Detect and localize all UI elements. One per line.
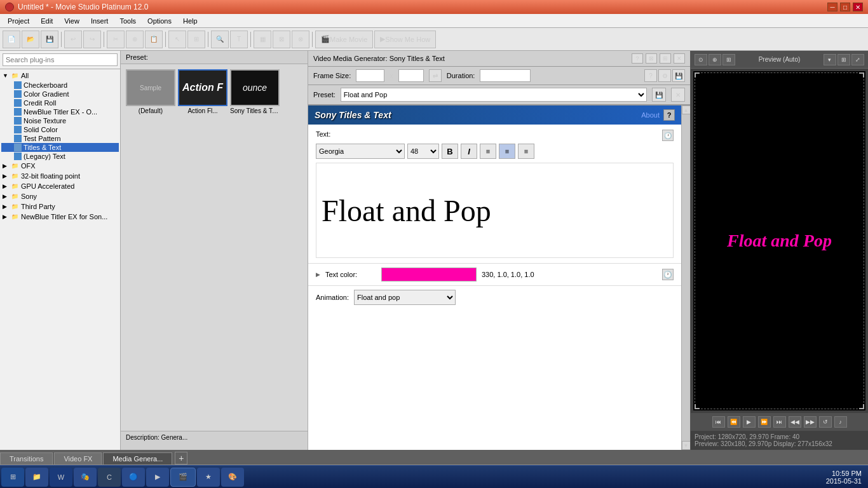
- media-gen-button[interactable]: ▦: [254, 30, 271, 48]
- prev-loop-toggle[interactable]: ↺: [819, 416, 832, 428]
- menu-view[interactable]: View: [59, 16, 85, 26]
- taskbar-paint[interactable]: 🎨: [221, 468, 244, 487]
- text-button[interactable]: T: [230, 30, 248, 48]
- taskbar-app2[interactable]: 🔵: [122, 468, 145, 487]
- start-button[interactable]: ⊞: [1, 468, 24, 487]
- prev-play-button[interactable]: ⏮: [712, 416, 725, 428]
- prev-loop[interactable]: ⏩: [758, 416, 771, 428]
- tree-item-checkerboard[interactable]: Checkerboard: [1, 81, 119, 90]
- font-size-select[interactable]: 48 24 36 72: [407, 144, 439, 159]
- expand-icon-thirdparty[interactable]: ▶: [3, 203, 9, 210]
- help-icon-btn[interactable]: ?: [644, 69, 657, 82]
- tree-item-solidcolor[interactable]: Solid Color: [1, 125, 119, 134]
- prev-frame-back[interactable]: ◀◀: [789, 416, 801, 428]
- expand-icon-ofx[interactable]: ▶: [3, 163, 9, 169]
- duration-input[interactable]: 00:00:10:00: [480, 69, 531, 82]
- expand-icon-sony[interactable]: ▶: [3, 193, 9, 200]
- tree-item-newbluefolder[interactable]: ▶ 📁 NewBlue Titler EX for Son...: [1, 212, 119, 222]
- taskbar-app3[interactable]: ★: [197, 468, 220, 487]
- prev-play-stop[interactable]: ▶: [743, 416, 756, 428]
- undo-button[interactable]: ↩: [64, 30, 82, 48]
- settings-icon-btn[interactable]: ⚙: [658, 69, 671, 82]
- align-right-button[interactable]: ≡: [518, 144, 534, 159]
- tab-mediagenerators[interactable]: Media Genera...: [103, 452, 172, 464]
- tree-item-ofx[interactable]: ▶ 📁 OFX: [1, 161, 119, 171]
- preview-expand[interactable]: ⤢: [851, 54, 864, 65]
- taskbar-word[interactable]: W: [50, 468, 72, 487]
- text-editor[interactable]: Float and Pop: [316, 163, 674, 258]
- tree-item-gpu[interactable]: ▶ 📁 GPU Accelerated: [1, 181, 119, 191]
- frame-width-input[interactable]: 1280: [356, 69, 384, 82]
- clock-icon[interactable]: 🕐: [662, 130, 674, 141]
- preset-item-default[interactable]: Sample (Default): [126, 69, 175, 426]
- taskbar-chrome[interactable]: C: [98, 468, 121, 487]
- save-preset-btn[interactable]: 💾: [672, 69, 685, 82]
- tab-videofx[interactable]: Video FX: [54, 452, 102, 464]
- tree-item-thirdparty[interactable]: ▶ 📁 Third Party: [1, 201, 119, 212]
- preview-ctrl-3[interactable]: ⊞: [722, 54, 735, 65]
- tree-item-noisetexture[interactable]: Noise Texture: [1, 116, 119, 125]
- preview-settings[interactable]: ▾: [824, 54, 836, 65]
- tree-item-testpattern[interactable]: Test Pattern: [1, 134, 119, 143]
- tree-item-sony[interactable]: ▶ 📁 Sony: [1, 191, 119, 201]
- open-button[interactable]: 📂: [22, 30, 39, 48]
- show-me-how-button[interactable]: ▶ Show Me How: [374, 30, 436, 48]
- menu-project[interactable]: Project: [3, 16, 34, 26]
- gen-ctrl-1[interactable]: ?: [632, 53, 643, 64]
- sony-about-link[interactable]: About: [641, 111, 660, 119]
- tab-transitions[interactable]: Transitions: [0, 452, 53, 464]
- transition-button[interactable]: ⊠: [273, 30, 290, 48]
- preset-item-action[interactable]: Action F Action Fl...: [178, 69, 227, 426]
- align-left-button[interactable]: ≡: [480, 144, 496, 159]
- make-movie-button[interactable]: 🎬 Make Movie: [315, 30, 373, 48]
- effect-button[interactable]: ⊗: [292, 30, 309, 48]
- gen-ctrl-2[interactable]: ⊠: [646, 53, 657, 64]
- taskbar-studio[interactable]: 🎬: [170, 468, 196, 487]
- tree-item-newblue[interactable]: NewBlue Titler EX - O...: [1, 107, 119, 116]
- maximize-button[interactable]: □: [840, 3, 850, 11]
- preset-save-button[interactable]: 💾: [652, 88, 666, 102]
- paste-button[interactable]: 📋: [145, 30, 163, 48]
- color-preview-swatch[interactable]: [381, 268, 477, 281]
- tree-item-colorgradient[interactable]: Color Gradient: [1, 90, 119, 98]
- prev-rewind-button[interactable]: ⏪: [728, 416, 740, 428]
- close-button[interactable]: ✕: [853, 3, 863, 11]
- menu-edit[interactable]: Edit: [36, 16, 58, 26]
- sony-help-button[interactable]: ?: [663, 109, 675, 121]
- save-button[interactable]: 💾: [41, 30, 58, 48]
- animation-select[interactable]: Float and pop Bounce Fly In Fade In: [354, 290, 456, 305]
- preview-ctrl-1[interactable]: ⊙: [695, 54, 707, 65]
- swap-button[interactable]: ⇄: [429, 69, 442, 82]
- tree-item-32bit[interactable]: ▶ 📁 32-bit floating point: [1, 171, 119, 181]
- bold-button[interactable]: B: [442, 144, 458, 159]
- preset-name-select[interactable]: Float and Pop Bounce Fly In: [341, 88, 647, 102]
- expand-color-icon[interactable]: ▶: [316, 271, 320, 278]
- expand-icon-gpu[interactable]: ▶: [3, 183, 9, 189]
- prev-frame-fwd[interactable]: ▶▶: [804, 416, 817, 428]
- align-center-button[interactable]: ≡: [499, 144, 515, 159]
- preview-ctrl-2[interactable]: ⊕: [709, 54, 721, 65]
- expand-icon-32bit[interactable]: ▶: [3, 173, 9, 179]
- scroll-down-arrow[interactable]: ▼: [682, 441, 691, 450]
- expand-icon-all[interactable]: ▼: [3, 72, 9, 79]
- preset-item-bounce[interactable]: ounce Sony Titles & Text: C...: [230, 69, 280, 426]
- italic-button[interactable]: I: [461, 144, 477, 159]
- preset-close-button[interactable]: ✕: [671, 88, 685, 102]
- menu-help[interactable]: Help: [178, 16, 203, 26]
- frame-height-input[interactable]: 720: [398, 69, 424, 82]
- tree-item-creditroll[interactable]: Credit Roll: [1, 98, 119, 107]
- redo-button[interactable]: ↪: [83, 30, 101, 48]
- expand-icon-newblue[interactable]: ▶: [3, 214, 9, 220]
- taskbar-explorer[interactable]: 📁: [25, 468, 48, 487]
- trim-button[interactable]: ⊞: [187, 30, 205, 48]
- cut-button[interactable]: ✂: [107, 30, 125, 48]
- new-button[interactable]: 📄: [3, 30, 20, 48]
- menu-tools[interactable]: Tools: [114, 16, 141, 26]
- tree-item-titlestext[interactable]: Titles & Text: [1, 143, 119, 152]
- minimize-button[interactable]: ─: [827, 3, 837, 11]
- copy-button[interactable]: ⊕: [126, 30, 144, 48]
- taskbar-app1[interactable]: 🎭: [74, 468, 97, 487]
- prev-audio[interactable]: ♪: [834, 416, 847, 428]
- gen-ctrl-close[interactable]: ✕: [674, 53, 685, 64]
- tree-item-legacytext[interactable]: (Legacy) Text: [1, 152, 119, 161]
